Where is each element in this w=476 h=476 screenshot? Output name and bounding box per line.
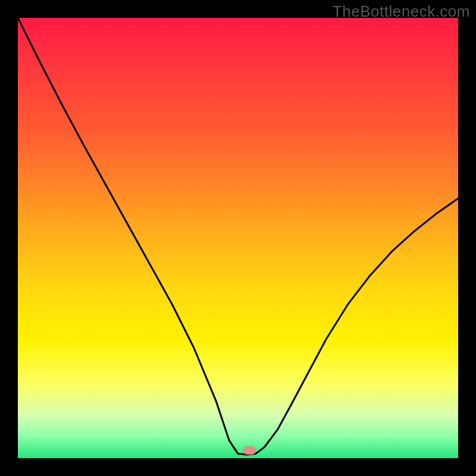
watermark-text: TheBottleneck.com — [333, 2, 470, 21]
chart-frame: TheBottleneck.com — [0, 0, 476, 476]
minimum-marker — [243, 446, 256, 455]
plot-svg — [18, 18, 458, 458]
plot-area — [18, 18, 458, 458]
gradient-background — [18, 18, 458, 458]
